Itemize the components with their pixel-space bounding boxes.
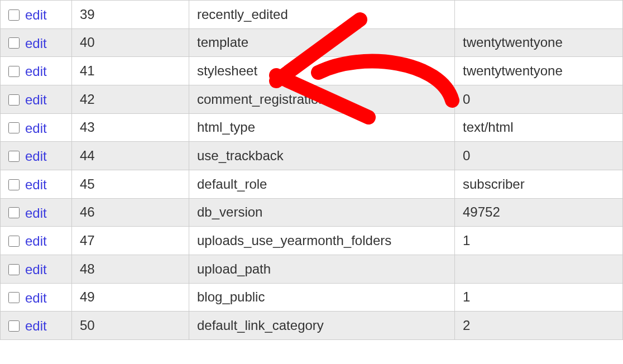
row-checkbox[interactable] (8, 292, 20, 303)
row-checkbox[interactable] (8, 94, 20, 106)
edit-link[interactable]: edit (25, 318, 47, 333)
edit-link[interactable]: edit (25, 64, 47, 79)
option-name: html_type (189, 113, 455, 142)
action-cell: edit (1, 1, 72, 29)
edit-link[interactable]: edit (25, 149, 47, 164)
option-value: twentytwentyone (455, 57, 623, 85)
table-row: edit42comment_registration0 (1, 85, 623, 113)
option-value (455, 255, 623, 283)
option-name: default_role (189, 170, 455, 198)
option-name: comment_registration (189, 85, 455, 113)
edit-link[interactable]: edit (25, 205, 47, 220)
action-cell: edit (1, 85, 72, 113)
option-id: 40 (72, 28, 189, 57)
option-id: 47 (72, 227, 189, 255)
option-id: 44 (72, 142, 189, 170)
row-checkbox[interactable] (8, 37, 20, 49)
option-value: 1 (455, 283, 623, 312)
option-value: 2 (455, 312, 623, 340)
table-row: edit48upload_path (1, 255, 623, 283)
row-checkbox[interactable] (8, 179, 20, 190)
edit-link[interactable]: edit (25, 7, 47, 22)
option-name: upload_path (189, 255, 455, 283)
row-checkbox[interactable] (8, 264, 20, 275)
row-checkbox[interactable] (8, 66, 20, 77)
options-table: edit39recently_editededit40templatetwent… (0, 0, 623, 340)
action-cell: edit (1, 142, 72, 170)
table-row: edit40templatetwentytwentyone (1, 28, 623, 57)
option-value: subscriber (455, 170, 623, 198)
action-cell: edit (1, 113, 72, 142)
edit-link[interactable]: edit (25, 92, 47, 107)
option-name: default_link_category (189, 312, 455, 340)
option-name: template (189, 28, 455, 57)
edit-link[interactable]: edit (25, 262, 47, 277)
option-value: text/html (455, 113, 623, 142)
option-value: 49752 (455, 198, 623, 227)
action-cell: edit (1, 57, 72, 85)
option-id: 48 (72, 255, 189, 283)
edit-link[interactable]: edit (25, 120, 47, 135)
option-id: 43 (72, 113, 189, 142)
table-row: edit46db_version49752 (1, 198, 623, 227)
row-checkbox[interactable] (8, 122, 20, 133)
table-row: edit45default_rolesubscriber (1, 170, 623, 198)
option-name: blog_public (189, 283, 455, 312)
option-id: 45 (72, 170, 189, 198)
option-id: 42 (72, 85, 189, 113)
option-name: db_version (189, 198, 455, 227)
table-row: edit47uploads_use_yearmonth_folders1 (1, 227, 623, 255)
option-value: 1 (455, 227, 623, 255)
row-checkbox[interactable] (8, 9, 20, 21)
option-value: 0 (455, 85, 623, 113)
edit-link[interactable]: edit (25, 35, 47, 50)
table-row: edit50default_link_category2 (1, 312, 623, 340)
row-checkbox[interactable] (8, 151, 20, 162)
option-id: 49 (72, 283, 189, 312)
action-cell: edit (1, 227, 72, 255)
option-id: 46 (72, 198, 189, 227)
option-name: uploads_use_yearmonth_folders (189, 227, 455, 255)
option-id: 41 (72, 57, 189, 85)
table-row: edit43html_typetext/html (1, 113, 623, 142)
edit-link[interactable]: edit (25, 177, 47, 192)
option-value (455, 1, 623, 29)
option-value: twentytwentyone (455, 28, 623, 57)
edit-link[interactable]: edit (25, 233, 47, 248)
action-cell: edit (1, 312, 72, 340)
table-row: edit39recently_edited (1, 1, 623, 29)
action-cell: edit (1, 28, 72, 57)
table-row: edit44use_trackback0 (1, 142, 623, 170)
action-cell: edit (1, 255, 72, 283)
row-checkbox[interactable] (8, 207, 20, 218)
option-value: 0 (455, 142, 623, 170)
option-id: 39 (72, 1, 189, 29)
option-id: 50 (72, 312, 189, 340)
row-checkbox[interactable] (8, 320, 20, 332)
option-name: use_trackback (189, 142, 455, 170)
edit-link[interactable]: edit (25, 290, 47, 305)
table-row: edit49blog_public1 (1, 283, 623, 312)
option-name: recently_edited (189, 1, 455, 29)
row-checkbox[interactable] (8, 236, 20, 247)
action-cell: edit (1, 198, 72, 227)
table-row: edit41stylesheettwentytwentyone (1, 57, 623, 85)
option-name: stylesheet (189, 57, 455, 85)
action-cell: edit (1, 170, 72, 198)
action-cell: edit (1, 283, 72, 312)
